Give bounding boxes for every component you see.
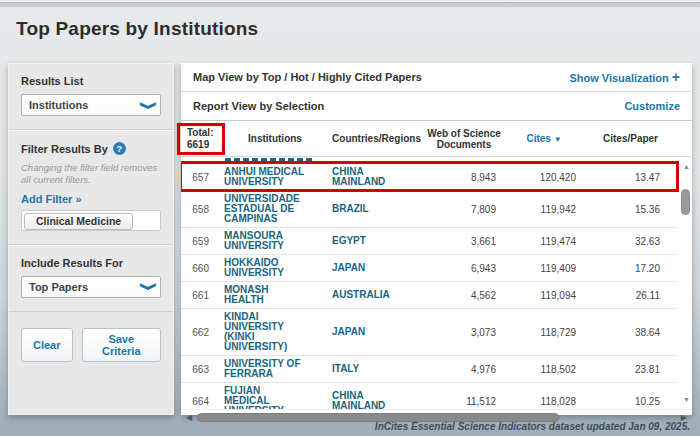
institution-link[interactable]: UNIVERSIDADE ESTADUAL DE CAMPINAS (221, 194, 329, 224)
main-panel: Map View by Top / Hot / Highly Cited Pap… (181, 63, 692, 415)
wos-documents-cell: 3,073 (424, 327, 504, 338)
col-header-countries[interactable]: Countries/Regions (329, 133, 424, 144)
results-list-label: Results List (21, 75, 161, 87)
sidebar-buttons: Clear Save Criteria (9, 312, 173, 378)
table-row-663[interactable]: 663 UNIVERSITY OF FERRARA ITALY 4,976 11… (181, 355, 677, 382)
include-results-label: Include Results For (21, 257, 161, 269)
cites-cell: 118,028 (504, 396, 584, 407)
col-header-cites-per-paper[interactable]: Cites/Paper (584, 133, 677, 144)
cites-cell: 119,409 (504, 263, 584, 274)
rank-cell: 660 (181, 263, 221, 274)
help-icon[interactable]: ? (113, 142, 126, 155)
wos-documents-cell: 7,809 (424, 204, 504, 215)
table-row-658[interactable]: 658 UNIVERSIDADE ESTADUAL DE CAMPINAS BR… (181, 190, 677, 227)
scroll-left-icon[interactable]: ◀ (186, 413, 192, 422)
vertical-scroll-thumb[interactable] (681, 189, 690, 215)
filter-label-row: Filter Results By ? (21, 142, 161, 155)
chevron-down-icon: ❯ (141, 282, 156, 291)
rank-cell: 663 (181, 364, 221, 375)
cites-per-paper-cell: 32.63 (584, 236, 677, 247)
cites-cell: 119,474 (504, 236, 584, 247)
table-row-662[interactable]: 662 KINDAI UNIVERSITY (KINKI UNIVERSITY)… (181, 308, 677, 355)
wos-documents-cell: 4,562 (424, 290, 504, 301)
filter-note: Changing the filter field removes all cu… (21, 162, 161, 187)
cites-header-label: Cites (526, 133, 550, 144)
plus-icon: + (672, 69, 680, 85)
filter-section: Filter Results By ? Changing the filter … (9, 130, 173, 245)
country-cell: CHINA MAINLAND (329, 391, 424, 409)
table-rows-area: 657 ANHUI MEDICAL UNIVERSITY CHINA MAINL… (181, 157, 692, 409)
total-value: 6619 (187, 139, 221, 151)
rank-cell: 662 (181, 327, 221, 338)
results-list-selected: Institutions (29, 99, 88, 111)
clear-button[interactable]: Clear (21, 328, 73, 362)
include-results-selected: Top Papers (29, 281, 88, 293)
col-header-wos-documents[interactable]: Web of Science Documents (424, 128, 504, 150)
customize-link[interactable]: Customize (624, 100, 680, 112)
country-cell: JAPAN (329, 327, 424, 337)
rank-cell: 664 (181, 396, 221, 407)
rank-cell: 659 (181, 236, 221, 247)
total-count-cell: Total: 6619 (181, 127, 221, 151)
include-results-dropdown[interactable]: Top Papers ❯ (21, 276, 161, 298)
rank-cell: 661 (181, 290, 221, 301)
sidebar: Results List Institutions ❯ Filter Resul… (8, 63, 174, 415)
institution-link[interactable]: ANHUI MEDICAL UNIVERSITY (221, 167, 329, 187)
vertical-scrollbar[interactable]: ▲ ▼ (679, 157, 691, 409)
cites-per-paper-cell: 15.36 (584, 204, 677, 215)
wos-documents-cell: 6,943 (424, 263, 504, 274)
report-view-title: Report View by Selection (193, 100, 324, 112)
wos-documents-cell: 3,661 (424, 236, 504, 247)
scroll-down-icon[interactable]: ▼ (683, 396, 690, 403)
save-criteria-button[interactable]: Save Criteria (82, 328, 161, 362)
cites-per-paper-cell: 10.25 (584, 396, 677, 407)
country-cell: JAPAN (329, 263, 424, 273)
map-view-title: Map View by Top / Hot / Highly Cited Pap… (193, 71, 422, 83)
wos-documents-cell: 4,976 (424, 364, 504, 375)
table-row-659[interactable]: 659 MANSOURA UNIVERSITY EGYPT 3,661 119,… (181, 227, 677, 254)
wos-documents-cell: 11,512 (424, 396, 504, 407)
institution-link[interactable]: HOKKAIDO UNIVERSITY (221, 258, 329, 278)
add-filter-link[interactable]: Add Filter » (21, 193, 82, 205)
institution-link[interactable]: MANSOURA UNIVERSITY (221, 231, 329, 251)
active-filter-chip[interactable]: Clinical Medicine (24, 213, 133, 230)
top-divider-strip (0, 2, 700, 7)
scroll-up-icon[interactable]: ▲ (683, 163, 690, 170)
show-visualization-label: Show Visualization (569, 72, 668, 84)
table-row-661[interactable]: 661 MONASH HEALTH AUSTRALIA 4,562 119,09… (181, 281, 677, 308)
wos-documents-cell: 8,943 (424, 172, 504, 183)
filter-field[interactable]: Clinical Medicine (21, 210, 161, 231)
table-row-664[interactable]: 664 FUJIAN MEDICAL UNIVERSITY CHINA MAIN… (181, 382, 677, 409)
cites-cell: 120,420 (504, 172, 584, 183)
show-visualization-link[interactable]: Show Visualization+ (569, 69, 680, 85)
include-results-section: Include Results For Top Papers ❯ (9, 245, 173, 312)
dataset-update-note: InCites Essential Science Indicators dat… (375, 421, 690, 432)
col-header-institutions[interactable]: Institutions (221, 133, 329, 144)
institution-link[interactable]: FUJIAN MEDICAL UNIVERSITY (221, 386, 329, 409)
col-header-cites-sorted[interactable]: Cites ▼ (504, 133, 584, 145)
cites-cell: 119,942 (504, 204, 584, 215)
results-list-section: Results List Institutions ❯ (9, 64, 173, 130)
cites-cell: 118,729 (504, 327, 584, 338)
chevron-down-icon: ❯ (141, 100, 156, 109)
report-view-bar: Report View by Selection Customize (181, 92, 692, 121)
rank-cell: 658 (181, 204, 221, 215)
results-list-dropdown[interactable]: Institutions ❯ (21, 94, 161, 116)
country-cell: BRAZIL (329, 204, 424, 214)
table-row-660[interactable]: 660 HOKKAIDO UNIVERSITY JAPAN 6,943 119,… (181, 254, 677, 281)
institution-link[interactable]: UNIVERSITY OF FERRARA (221, 359, 329, 379)
institution-link[interactable]: KINDAI UNIVERSITY (KINKI UNIVERSITY) (221, 312, 329, 352)
country-cell: ITALY (329, 364, 424, 374)
institution-link[interactable]: MONASH HEALTH (221, 285, 329, 305)
filter-label: Filter Results By (21, 143, 108, 155)
sort-descending-caret-icon: ▼ (554, 135, 562, 144)
cites-per-paper-cell: 38.64 (584, 327, 677, 338)
country-cell: CHINA MAINLAND (329, 167, 424, 187)
page-title: Top Papers by Institutions (16, 18, 258, 40)
cites-cell: 119,094 (504, 290, 584, 301)
table-row-657-highlighted[interactable]: 657 ANHUI MEDICAL UNIVERSITY CHINA MAINL… (181, 163, 677, 190)
cites-cell: 118,502 (504, 364, 584, 375)
total-label: Total: (187, 127, 221, 139)
cites-per-paper-cell: 26.11 (584, 290, 677, 301)
map-view-bar: Map View by Top / Hot / Highly Cited Pap… (181, 63, 692, 92)
